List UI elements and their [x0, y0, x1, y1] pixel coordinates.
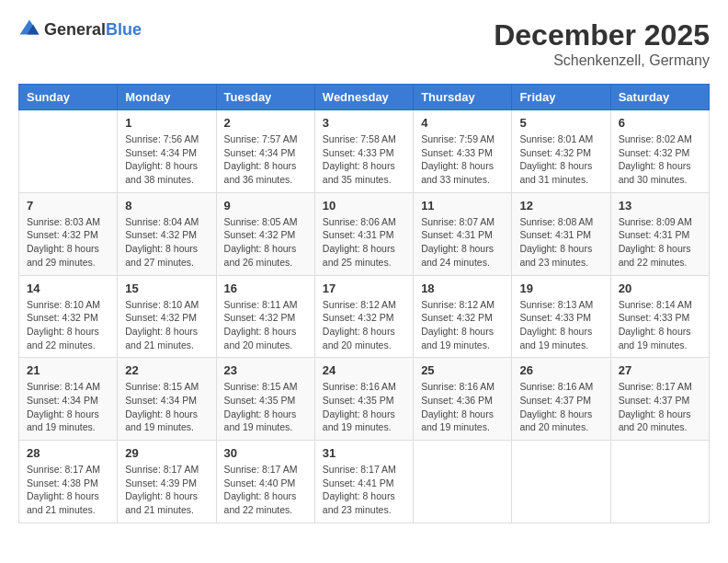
- day-number: 1: [125, 116, 208, 130]
- day-info: Sunrise: 8:04 AMSunset: 4:32 PMDaylight:…: [125, 215, 208, 270]
- day-cell-6: 6Sunrise: 8:02 AMSunset: 4:32 PMDaylight…: [610, 110, 709, 193]
- day-info: Sunrise: 8:07 AMSunset: 4:31 PMDaylight:…: [421, 215, 504, 270]
- day-number: 10: [323, 199, 405, 213]
- title-block: December 2025 Schenkenzell, Germany: [494, 18, 710, 69]
- day-cell-15: 15Sunrise: 8:10 AMSunset: 4:32 PMDayligh…: [118, 275, 216, 358]
- day-number: 20: [619, 282, 701, 295]
- day-cell-17: 17Sunrise: 8:12 AMSunset: 4:32 PMDayligh…: [314, 275, 413, 358]
- day-cell-3: 3Sunrise: 7:58 AMSunset: 4:33 PMDaylight…: [314, 110, 413, 193]
- day-info: Sunrise: 7:56 AMSunset: 4:34 PMDaylight:…: [125, 132, 208, 187]
- day-info: Sunrise: 8:16 AMSunset: 4:37 PMDaylight:…: [519, 380, 602, 434]
- day-number: 13: [619, 199, 701, 213]
- day-number: 14: [27, 282, 109, 295]
- day-cell-20: 20Sunrise: 8:14 AMSunset: 4:33 PMDayligh…: [610, 275, 709, 358]
- day-info: Sunrise: 7:57 AMSunset: 4:34 PMDaylight:…: [224, 132, 307, 187]
- day-number: 22: [125, 363, 208, 377]
- day-cell-8: 8Sunrise: 8:04 AMSunset: 4:32 PMDaylight…: [118, 192, 216, 275]
- day-info: Sunrise: 8:15 AMSunset: 4:34 PMDaylight:…: [125, 380, 208, 434]
- day-number: 7: [27, 199, 109, 213]
- day-cell-7: 7Sunrise: 8:03 AMSunset: 4:32 PMDaylight…: [19, 192, 118, 275]
- day-info: Sunrise: 8:09 AMSunset: 4:31 PMDaylight:…: [619, 215, 701, 270]
- day-number: 6: [619, 116, 701, 130]
- day-cell-4: 4Sunrise: 7:59 AMSunset: 4:33 PMDaylight…: [414, 110, 512, 193]
- day-number: 16: [224, 282, 307, 295]
- day-cell-21: 21Sunrise: 8:14 AMSunset: 4:34 PMDayligh…: [19, 358, 118, 441]
- week-row-5: 28Sunrise: 8:17 AMSunset: 4:38 PMDayligh…: [19, 441, 710, 523]
- day-number: 9: [224, 199, 307, 213]
- week-row-2: 7Sunrise: 8:03 AMSunset: 4:32 PMDaylight…: [19, 192, 710, 275]
- day-number: 11: [421, 199, 504, 213]
- weekday-header-friday: Friday: [512, 85, 610, 110]
- day-cell-30: 30Sunrise: 8:17 AMSunset: 4:40 PMDayligh…: [216, 441, 314, 523]
- month-title: December 2025: [494, 18, 710, 52]
- weekday-header-tuesday: Tuesday: [216, 85, 314, 110]
- day-cell-26: 26Sunrise: 8:16 AMSunset: 4:37 PMDayligh…: [512, 358, 610, 441]
- day-number: 18: [421, 282, 504, 295]
- day-number: 8: [125, 199, 208, 213]
- day-info: Sunrise: 8:10 AMSunset: 4:32 PMDaylight:…: [27, 298, 109, 352]
- day-info: Sunrise: 8:17 AMSunset: 4:38 PMDaylight:…: [27, 463, 109, 517]
- day-cell-23: 23Sunrise: 8:15 AMSunset: 4:35 PMDayligh…: [216, 358, 314, 441]
- day-cell-13: 13Sunrise: 8:09 AMSunset: 4:31 PMDayligh…: [610, 192, 709, 275]
- weekday-header-thursday: Thursday: [414, 85, 512, 110]
- logo: GeneralBlue: [18, 18, 142, 40]
- day-info: Sunrise: 8:10 AMSunset: 4:32 PMDaylight:…: [125, 298, 208, 352]
- day-cell-31: 31Sunrise: 8:17 AMSunset: 4:41 PMDayligh…: [314, 441, 413, 523]
- day-info: Sunrise: 8:12 AMSunset: 4:32 PMDaylight:…: [421, 298, 504, 352]
- day-number: 31: [323, 446, 405, 460]
- day-cell-24: 24Sunrise: 8:16 AMSunset: 4:35 PMDayligh…: [314, 358, 413, 441]
- day-number: 26: [519, 363, 602, 377]
- day-number: 19: [519, 282, 602, 295]
- day-number: 23: [224, 363, 307, 377]
- day-number: 28: [27, 446, 109, 460]
- day-info: Sunrise: 7:59 AMSunset: 4:33 PMDaylight:…: [421, 132, 504, 187]
- day-cell-19: 19Sunrise: 8:13 AMSunset: 4:33 PMDayligh…: [512, 275, 610, 358]
- day-info: Sunrise: 8:06 AMSunset: 4:31 PMDaylight:…: [323, 215, 405, 270]
- day-cell-18: 18Sunrise: 8:12 AMSunset: 4:32 PMDayligh…: [414, 275, 512, 358]
- day-info: Sunrise: 7:58 AMSunset: 4:33 PMDaylight:…: [323, 132, 405, 187]
- day-info: Sunrise: 8:12 AMSunset: 4:32 PMDaylight:…: [323, 298, 405, 352]
- day-number: 24: [323, 363, 405, 377]
- week-row-4: 21Sunrise: 8:14 AMSunset: 4:34 PMDayligh…: [19, 358, 710, 441]
- day-cell-25: 25Sunrise: 8:16 AMSunset: 4:36 PMDayligh…: [414, 358, 512, 441]
- day-number: 4: [421, 116, 504, 130]
- weekday-header-monday: Monday: [118, 85, 216, 110]
- empty-cell: [610, 441, 709, 523]
- empty-cell: [414, 441, 512, 523]
- day-info: Sunrise: 8:17 AMSunset: 4:41 PMDaylight:…: [323, 463, 405, 517]
- weekday-header-row: SundayMondayTuesdayWednesdayThursdayFrid…: [19, 85, 710, 110]
- day-cell-29: 29Sunrise: 8:17 AMSunset: 4:39 PMDayligh…: [118, 441, 216, 523]
- day-number: 15: [125, 282, 208, 295]
- week-row-1: 1Sunrise: 7:56 AMSunset: 4:34 PMDaylight…: [19, 110, 710, 193]
- day-cell-1: 1Sunrise: 7:56 AMSunset: 4:34 PMDaylight…: [118, 110, 216, 193]
- week-row-3: 14Sunrise: 8:10 AMSunset: 4:32 PMDayligh…: [19, 275, 710, 358]
- day-number: 21: [27, 363, 109, 377]
- day-cell-14: 14Sunrise: 8:10 AMSunset: 4:32 PMDayligh…: [19, 275, 118, 358]
- day-info: Sunrise: 8:01 AMSunset: 4:32 PMDaylight:…: [519, 132, 602, 187]
- day-info: Sunrise: 8:02 AMSunset: 4:32 PMDaylight:…: [619, 132, 701, 187]
- logo-text-blue: Blue: [106, 20, 142, 39]
- day-cell-5: 5Sunrise: 8:01 AMSunset: 4:32 PMDaylight…: [512, 110, 610, 193]
- day-info: Sunrise: 8:14 AMSunset: 4:33 PMDaylight:…: [619, 298, 701, 352]
- day-info: Sunrise: 8:11 AMSunset: 4:32 PMDaylight:…: [224, 298, 307, 352]
- day-number: 30: [224, 446, 307, 460]
- weekday-header-sunday: Sunday: [19, 85, 118, 110]
- logo-text-general: General: [44, 20, 106, 39]
- day-number: 2: [224, 116, 307, 130]
- day-info: Sunrise: 8:17 AMSunset: 4:37 PMDaylight:…: [619, 380, 701, 434]
- day-cell-28: 28Sunrise: 8:17 AMSunset: 4:38 PMDayligh…: [19, 441, 118, 523]
- day-cell-10: 10Sunrise: 8:06 AMSunset: 4:31 PMDayligh…: [314, 192, 413, 275]
- logo-icon: [18, 18, 40, 40]
- day-info: Sunrise: 8:08 AMSunset: 4:31 PMDaylight:…: [519, 215, 602, 270]
- day-number: 17: [323, 282, 405, 295]
- weekday-header-saturday: Saturday: [610, 85, 709, 110]
- day-number: 12: [519, 199, 602, 213]
- weekday-header-wednesday: Wednesday: [314, 85, 413, 110]
- day-number: 29: [125, 446, 208, 460]
- day-cell-12: 12Sunrise: 8:08 AMSunset: 4:31 PMDayligh…: [512, 192, 610, 275]
- day-number: 27: [619, 363, 701, 377]
- day-info: Sunrise: 8:16 AMSunset: 4:35 PMDaylight:…: [323, 380, 405, 434]
- day-cell-27: 27Sunrise: 8:17 AMSunset: 4:37 PMDayligh…: [610, 358, 709, 441]
- calendar-table: SundayMondayTuesdayWednesdayThursdayFrid…: [18, 84, 710, 523]
- day-info: Sunrise: 8:14 AMSunset: 4:34 PMDaylight:…: [27, 380, 109, 434]
